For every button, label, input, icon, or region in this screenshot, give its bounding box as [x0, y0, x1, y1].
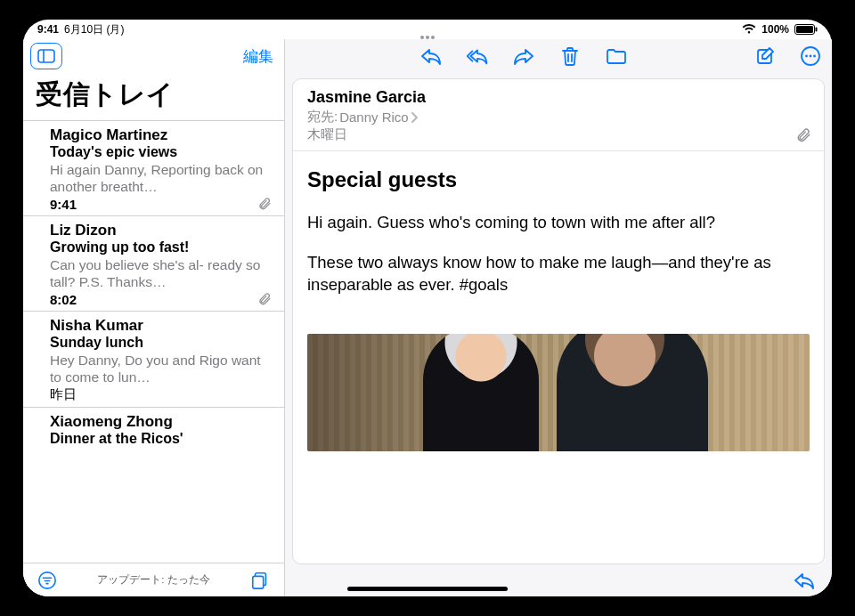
- svg-point-16: [805, 55, 808, 58]
- message-sender: Liz Dizon: [50, 222, 272, 239]
- status-date: 6月10日 (月): [64, 22, 124, 37]
- sidebar-toggle-button[interactable]: [30, 43, 62, 69]
- message-subject: Dinner at the Ricos': [50, 431, 272, 447]
- reply-icon: [419, 46, 443, 66]
- toolbar-action-group: [419, 44, 629, 69]
- filter-icon: [37, 571, 57, 590]
- more-button[interactable]: [798, 44, 823, 69]
- forward-icon: [512, 46, 535, 66]
- paperclip-icon: [795, 127, 811, 143]
- mail-subject: Special guests: [307, 167, 810, 192]
- chevron-right-icon: [411, 111, 419, 124]
- sidebar-bottom-bar: アップデート: たった今: [23, 563, 284, 596]
- mailboxes-button[interactable]: [248, 569, 272, 592]
- mail-header[interactable]: Jasmine Garcia 宛先: Danny Rico 木曜日: [293, 79, 824, 151]
- message-subject: Growing up too fast!: [50, 239, 272, 255]
- edit-button[interactable]: 編集: [241, 43, 275, 70]
- reply-button[interactable]: [419, 44, 444, 69]
- paperclip-icon: [257, 197, 272, 211]
- message-time: 9:41: [50, 197, 77, 212]
- svg-point-18: [813, 55, 816, 58]
- message-subject: Today's epic views: [50, 144, 272, 160]
- mail-from: Jasmine Garcia: [307, 88, 810, 107]
- message-list[interactable]: Magico Martinez Today's epic views Hi ag…: [23, 120, 284, 563]
- message-sender: Magico Martinez: [50, 126, 272, 144]
- svg-rect-1: [796, 26, 813, 33]
- svg-rect-13: [253, 576, 264, 588]
- mailbox-sidebar: 編集 受信トレイ Magico Martinez Today's epic vi…: [23, 39, 285, 596]
- message-subject: Sunday lunch: [50, 335, 272, 351]
- message-sender: Nisha Kumar: [50, 317, 272, 335]
- mail-to-row[interactable]: 宛先: Danny Rico: [307, 109, 810, 126]
- sidebar-toggle-icon: [37, 49, 55, 63]
- wifi-icon: [742, 24, 756, 35]
- mail-inline-image[interactable]: [307, 334, 810, 451]
- message-item[interactable]: Magico Martinez Today's epic views Hi ag…: [23, 120, 284, 216]
- message-preview: Can you believe she's al- ready so tall?…: [50, 256, 272, 291]
- mail-body[interactable]: Special guests Hi again. Guess who's com…: [293, 151, 824, 330]
- compose-icon: [755, 45, 777, 67]
- update-status: アップデート: たった今: [97, 573, 209, 587]
- content-bottom-bar: [285, 564, 832, 596]
- trash-icon: [560, 45, 580, 67]
- home-indicator[interactable]: [347, 587, 508, 591]
- reply-all-icon: [465, 46, 490, 66]
- forward-button[interactable]: [511, 44, 536, 69]
- battery-icon: [794, 24, 818, 35]
- message-item[interactable]: Liz Dizon Growing up too fast! Can you b…: [23, 216, 284, 312]
- delete-button[interactable]: [558, 44, 582, 69]
- compose-button[interactable]: [753, 44, 778, 69]
- message-item[interactable]: Xiaomeng Zhong Dinner at the Ricos': [23, 408, 284, 450]
- reply-icon: [793, 571, 816, 590]
- move-button[interactable]: [604, 44, 629, 69]
- message-time: 昨日: [50, 386, 77, 403]
- mail-content-pane: Jasmine Garcia 宛先: Danny Rico 木曜日: [285, 39, 832, 596]
- message-item[interactable]: Nisha Kumar Sunday lunch Hey Danny, Do y…: [23, 312, 284, 409]
- folders-stack-icon: [250, 571, 270, 590]
- filter-button[interactable]: [36, 569, 59, 592]
- battery-percent: 100%: [761, 23, 789, 36]
- sidebar-toolbar: 編集: [23, 39, 284, 73]
- svg-point-17: [810, 55, 812, 58]
- mail-to-label: 宛先:: [307, 109, 338, 126]
- more-icon: [800, 45, 821, 67]
- reply-fab-button[interactable]: [793, 571, 816, 590]
- reply-all-button[interactable]: [465, 44, 490, 69]
- mail-paragraph: Hi again. Guess who's coming to town wit…: [307, 212, 810, 234]
- status-time: 9:41: [37, 23, 59, 36]
- message-preview: Hey Danny, Do you and Rigo want to come …: [50, 352, 272, 386]
- message-time: 8:02: [50, 292, 77, 307]
- content-toolbar: [285, 39, 832, 73]
- mail-card: Jasmine Garcia 宛先: Danny Rico 木曜日: [292, 78, 825, 564]
- svg-rect-6: [38, 50, 54, 62]
- message-sender: Xiaomeng Zhong: [50, 413, 272, 431]
- svg-rect-2: [816, 28, 818, 32]
- move-folder-icon: [605, 46, 628, 66]
- paperclip-icon: [257, 292, 272, 306]
- mail-to-name: Danny Rico: [339, 109, 409, 125]
- mailbox-title: 受信トレイ: [23, 73, 284, 120]
- mail-date: 木曜日: [307, 126, 810, 143]
- mail-paragraph: These two always know how to make me lau…: [307, 252, 810, 296]
- message-preview: Hi again Danny, Reporting back on anothe…: [50, 161, 272, 196]
